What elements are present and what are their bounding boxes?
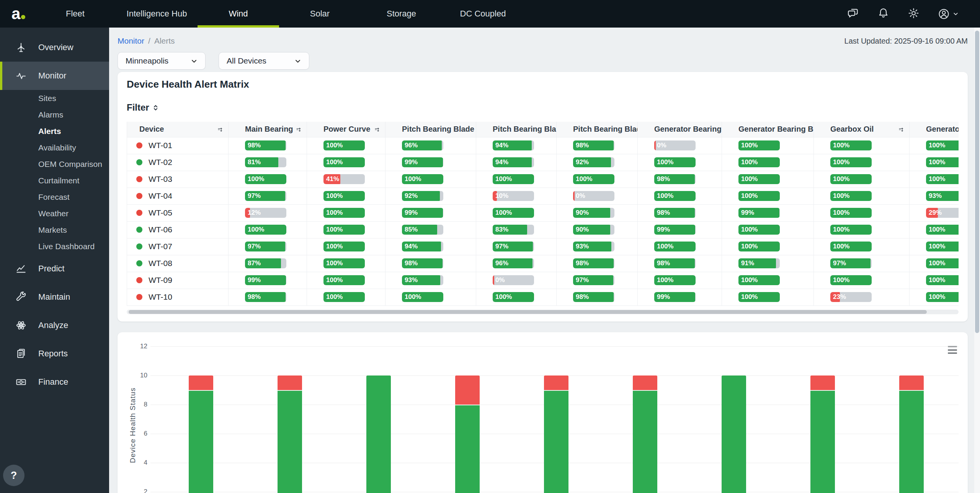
table-row-wt-05[interactable]: WT-0512%100%99%100%90%98%99%100%29% xyxy=(127,204,959,221)
status-dot-red xyxy=(136,142,142,149)
table-row-wt-04[interactable]: WT-0497%100%92%10%0%100%100%100%93% xyxy=(127,188,959,204)
health-bar: 100% xyxy=(926,258,959,268)
table-row-wt-09[interactable]: WT-0999%100%93%0%97%100%100%100%100% xyxy=(127,272,959,289)
sidebar-subitem-forecast[interactable]: Forecast xyxy=(0,189,109,205)
health-bar-value: 100% xyxy=(741,191,758,201)
device-cell: WT-03 xyxy=(127,171,229,188)
matrix-filter-toggle[interactable]: Filter xyxy=(127,102,169,113)
sidebar-item-maintain[interactable]: Maintain xyxy=(0,283,109,311)
metric-cell: 100% xyxy=(229,171,307,188)
chat-button[interactable] xyxy=(847,8,859,20)
health-bar-value: 100% xyxy=(495,292,512,302)
nav-tab-dc-coupled[interactable]: DC Coupled xyxy=(442,0,524,28)
health-bar-value: 0% xyxy=(657,140,666,150)
health-bar-value: 100% xyxy=(326,225,343,235)
horizontal-scrollbar-thumb[interactable] xyxy=(129,310,927,314)
column-header-main-bearing: Main Bearing xyxy=(229,122,307,137)
user-menu[interactable] xyxy=(938,8,959,20)
column-header-inner: Generator Bearing B xyxy=(722,125,813,134)
breadcrumb-current: Alerts xyxy=(154,36,175,46)
chart-bar[interactable] xyxy=(544,375,568,493)
health-bar-value: 100% xyxy=(929,258,945,268)
chart-bar[interactable] xyxy=(455,375,480,493)
health-bar-value: 100% xyxy=(326,242,343,251)
sidebar-item-predict[interactable]: Predict xyxy=(0,255,109,283)
health-bar-value: 100% xyxy=(495,174,512,184)
health-bar: 96% xyxy=(402,140,443,150)
page-scrollbar-thumb[interactable] xyxy=(975,31,979,333)
health-bar-value: 100% xyxy=(741,292,758,302)
sidebar-subitem-weather[interactable]: Weather xyxy=(0,205,109,222)
table-row-wt-02[interactable]: WT-0281%100%99%94%92%100%100%100%100% xyxy=(127,154,959,171)
sort-icon[interactable] xyxy=(896,126,904,133)
table-row-wt-01[interactable]: WT-0198%100%96%94%98%0%100%100%100% xyxy=(127,137,959,154)
column-header-inner: Generator W xyxy=(910,125,959,134)
health-bar: 99% xyxy=(402,157,443,167)
sidebar-item-overview[interactable]: Overview xyxy=(0,33,109,62)
sidebar-subitem-alerts[interactable]: Alerts xyxy=(0,123,109,139)
site-select[interactable]: Minneapolis xyxy=(118,52,206,70)
table-row-wt-08[interactable]: WT-0887%100%98%96%98%98%91%97%100% xyxy=(127,255,959,272)
chart-bar[interactable] xyxy=(189,375,213,493)
sidebar-subitem-live-dashboard[interactable]: Live Dashboard xyxy=(0,238,109,255)
health-bar: 100% xyxy=(573,174,614,184)
health-bar: 85% xyxy=(402,225,443,235)
chart-bar[interactable] xyxy=(810,375,835,493)
sidebar-subitem-alarms[interactable]: Alarms xyxy=(0,106,109,123)
health-bar: 98% xyxy=(654,208,696,218)
sidebar-subitem-markets[interactable]: Markets xyxy=(0,222,109,238)
nav-tab-wind[interactable]: Wind xyxy=(198,0,279,28)
chart-bar[interactable] xyxy=(633,375,657,493)
sidebar-item-monitor[interactable]: Monitor xyxy=(0,62,109,90)
sidebar-subitem-sites[interactable]: Sites xyxy=(0,90,109,106)
device-select[interactable]: All Devices xyxy=(219,52,309,70)
chart-bar-healthy-segment xyxy=(455,405,480,493)
health-bar: 81% xyxy=(245,157,286,167)
breadcrumb-link-monitor[interactable]: Monitor xyxy=(118,36,144,46)
sidebar-subitem-oem-comparison[interactable]: OEM Comparison xyxy=(0,156,109,172)
table-row-wt-03[interactable]: WT-03100%41%100%100%100%98%100%100%100% xyxy=(127,171,959,188)
nav-tab-intelligence-hub[interactable]: Intelligence Hub xyxy=(116,0,198,28)
gear-button[interactable] xyxy=(908,8,920,20)
chart-bar[interactable] xyxy=(899,375,924,493)
health-bar: 97% xyxy=(830,258,872,268)
app-logo[interactable]: a xyxy=(0,0,34,28)
chart-bar[interactable] xyxy=(722,375,746,493)
metric-cell: 97% xyxy=(229,188,307,204)
health-bar-value: 93% xyxy=(929,191,942,201)
health-bar-value: 83% xyxy=(495,225,508,235)
metric-cell: 100% xyxy=(307,289,385,305)
bell-button[interactable] xyxy=(877,8,889,20)
metric-cell: 0% xyxy=(638,137,722,154)
gear-icon xyxy=(908,7,920,21)
sidebar-subitem-curtailment[interactable]: Curtailment xyxy=(0,172,109,189)
table-row-wt-10[interactable]: WT-1098%100%100%100%98%99%100%23%100% xyxy=(127,289,959,305)
metric-cell: 100% xyxy=(910,171,959,188)
sidebar-item-analyze[interactable]: Analyze xyxy=(0,311,109,340)
sort-icon[interactable] xyxy=(372,126,380,133)
sidebar-item-label: Maintain xyxy=(38,292,70,302)
chart-bar[interactable] xyxy=(366,375,391,493)
health-bar-fill xyxy=(493,275,494,285)
sort-icon[interactable] xyxy=(215,126,223,133)
chart-bar[interactable] xyxy=(278,375,302,493)
matrix-title: Device Health Alert Matrix xyxy=(127,78,959,90)
sidebar-subitem-availability[interactable]: Availability xyxy=(0,139,109,156)
metric-cell: 97% xyxy=(557,272,638,289)
chart-context-menu-icon[interactable] xyxy=(948,346,957,354)
health-bar-value: 96% xyxy=(495,258,508,268)
sort-icon[interactable] xyxy=(294,126,301,133)
metric-cell: 87% xyxy=(229,255,307,272)
status-dot-green xyxy=(136,159,142,165)
sidebar-item-finance[interactable]: Finance xyxy=(0,368,109,396)
health-bar: 100% xyxy=(926,140,959,150)
help-button[interactable]: ? xyxy=(3,465,24,486)
metric-cell: 100% xyxy=(722,289,814,305)
table-row-wt-07[interactable]: WT-0797%100%94%97%93%100%100%100%100% xyxy=(127,238,959,255)
nav-tab-solar[interactable]: Solar xyxy=(279,0,361,28)
nav-tab-storage[interactable]: Storage xyxy=(361,0,442,28)
health-bar-value: 98% xyxy=(405,258,418,268)
table-row-wt-06[interactable]: WT-06100%100%85%83%90%99%100%100%100% xyxy=(127,221,959,238)
sidebar-item-reports[interactable]: Reports xyxy=(0,340,109,368)
nav-tab-fleet[interactable]: Fleet xyxy=(34,0,116,28)
